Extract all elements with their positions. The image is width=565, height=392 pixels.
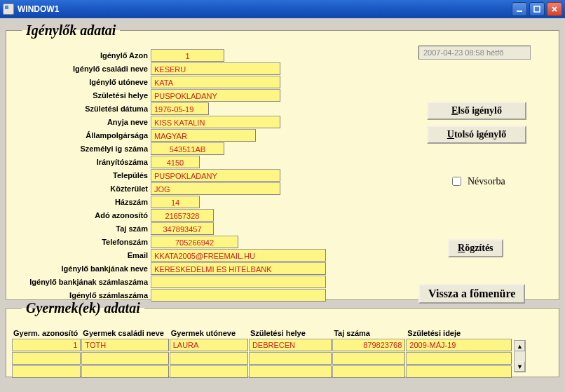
label-banknev: Igénylő bankjának neve <box>12 264 151 273</box>
titlebar: WINDOW1 <box>0 0 565 18</box>
label-szemig: Személyi ig száma <box>12 144 151 153</box>
field-bankszla[interactable] <box>151 276 326 288</box>
cell-szul_hely[interactable] <box>249 352 332 365</box>
children-group: Gyermek(ek) adatai Gyerm. azonosító Gyer… <box>6 300 559 377</box>
scroll-up-icon[interactable]: ▲ <box>515 341 525 351</box>
th-szulido: Születési ideje <box>406 327 512 339</box>
cell-azon[interactable] <box>12 365 81 378</box>
field-telefon[interactable]: 705266942 <box>151 236 238 248</box>
client-area: Igénylők adatai Igénylő Azon 1 Igénylő c… <box>0 18 565 392</box>
datetime-display: 2007-04-23 08:58 hétfő <box>418 46 531 60</box>
cell-szul_ido[interactable] <box>406 352 512 365</box>
save-button[interactable]: Rögzítés <box>448 239 503 257</box>
window-buttons <box>512 2 562 16</box>
label-azon: Igénylő Azon <box>12 51 151 60</box>
label-utoneve: Igénylő utóneve <box>12 78 151 86</box>
scroll-down-icon[interactable]: ▼ <box>515 361 525 372</box>
table-row[interactable]: 1TOTHLAURADEBRECEN8798237682009-MÁJ-19 <box>12 339 512 352</box>
th-csaladi: Gyermek családi neve <box>81 327 169 339</box>
cell-taj[interactable] <box>332 365 405 378</box>
cell-utoneve[interactable] <box>170 352 248 365</box>
field-banknev[interactable]: KERESKEDELMI ES HITELBANK <box>151 262 326 275</box>
nevsorba-label: Névsorba <box>468 176 505 187</box>
field-allampolg[interactable]: MAGYAR <box>151 129 256 142</box>
applicant-fields: Igénylő Azon 1 Igénylő családi neve KESE… <box>12 48 404 294</box>
minimize-button[interactable] <box>512 2 527 16</box>
cell-azon[interactable] <box>12 352 81 365</box>
children-legend: Gyermek(ek) adatai <box>22 300 144 316</box>
label-szuldatum: Születési dátuma <box>12 104 151 113</box>
cell-csaladi[interactable] <box>81 365 168 378</box>
label-telepules: Település <box>12 171 151 180</box>
label-allampolg: Állampolgársága <box>12 131 151 140</box>
label-hazszam: Házszám <box>12 198 151 206</box>
th-azon: Gyerm. azonosító <box>12 327 81 339</box>
cell-szul_ido[interactable]: 2009-MÁJ-19 <box>406 339 512 351</box>
cell-szul_ido[interactable] <box>406 365 512 378</box>
svg-rect-0 <box>517 11 522 12</box>
field-telepules[interactable]: PUSPOKLADANY <box>151 169 280 182</box>
cell-utoneve[interactable]: LAURA <box>170 339 248 351</box>
field-utoneve[interactable]: KATA <box>151 76 280 88</box>
label-bankszla: Igénylő bankjának számlaszáma <box>12 278 151 286</box>
children-table: Gyerm. azonosító Gyermek családi neve Gy… <box>12 327 512 379</box>
field-hazszam[interactable]: 14 <box>151 196 200 208</box>
side-panel: 2007-04-23 08:58 hétfő Első igénylő Utol… <box>411 48 553 294</box>
last-applicant-button[interactable]: Utolsó igénylő <box>427 126 526 144</box>
cell-taj[interactable]: 879823768 <box>332 339 405 351</box>
label-telefon: Telefonszám <box>12 238 151 246</box>
cell-szul_hely[interactable]: DEBRECEN <box>249 339 332 351</box>
label-kozterulet: Közterület <box>12 184 151 193</box>
table-row[interactable] <box>12 352 512 365</box>
field-azon[interactable]: 1 <box>151 49 224 62</box>
first-applicant-button[interactable]: Első igénylő <box>427 102 526 120</box>
label-anyja: Anyja neve <box>12 118 151 126</box>
applicants-group: Igénylők adatai Igénylő Azon 1 Igénylő c… <box>6 22 559 300</box>
cell-utoneve[interactable] <box>170 365 248 378</box>
label-szulhely: Születési helye <box>12 91 151 100</box>
cell-csaladi[interactable]: TOTH <box>81 339 168 351</box>
cell-azon[interactable]: 1 <box>12 339 81 351</box>
maximize-button[interactable] <box>529 2 545 16</box>
field-szemig[interactable]: 543511AB <box>151 142 224 155</box>
field-szuldatum[interactable]: 1976-05-19 <box>151 102 209 115</box>
th-taj: Taj száma <box>332 327 406 339</box>
applicants-legend: Igénylők adatai <box>22 22 120 39</box>
window-title: WINDOW1 <box>18 4 512 14</box>
field-ado[interactable]: 21657328 <box>151 209 214 222</box>
cell-szul_hely[interactable] <box>249 365 332 378</box>
nevsorba-row[interactable]: Névsorba <box>449 175 505 188</box>
field-szulhely[interactable]: PUSPOKLADANY <box>151 89 280 102</box>
svg-rect-1 <box>534 6 540 12</box>
label-irsz: Irányítószáma <box>12 158 151 166</box>
table-row[interactable] <box>12 365 512 379</box>
th-szulhely: Születési helye <box>249 327 332 339</box>
label-taj: Taj szám <box>12 224 151 233</box>
app-icon <box>3 4 14 15</box>
field-irsz[interactable]: 4150 <box>151 156 200 168</box>
th-utoneve: Gyermek utóneve <box>170 327 249 339</box>
cell-csaladi[interactable] <box>81 352 168 365</box>
nevsorba-checkbox[interactable] <box>452 177 461 186</box>
label-ado: Adó azonosító <box>12 211 151 219</box>
field-taj[interactable]: 347893457 <box>151 222 214 235</box>
field-anyja[interactable]: KISS KATALIN <box>151 116 280 128</box>
label-csaladi: Igénylő családi neve <box>12 65 151 73</box>
label-email: Email <box>12 251 151 259</box>
children-scrollbar[interactable]: ▲ ▼ <box>514 340 526 372</box>
label-igszla: Igénylő számlaszáma <box>12 291 151 299</box>
field-email[interactable]: KKATA2005@FREEMAIL.HU <box>151 249 326 262</box>
close-button[interactable] <box>547 2 562 16</box>
field-csaladi[interactable]: KESERU <box>151 62 280 75</box>
field-igszla[interactable] <box>151 289 326 302</box>
cell-taj[interactable] <box>332 352 405 365</box>
field-kozterulet[interactable]: JOG <box>151 182 280 195</box>
